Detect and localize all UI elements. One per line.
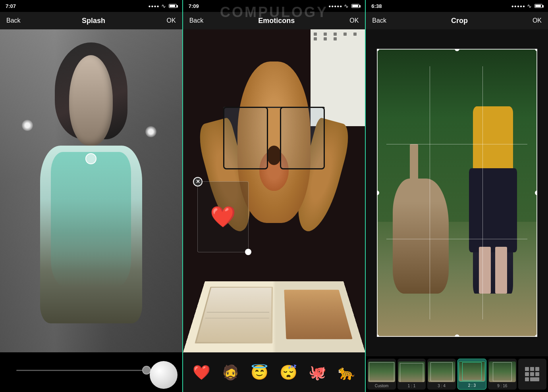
time-1: 7:07 [6,3,16,9]
emoji-leopard[interactable]: 🐆 [338,364,355,381]
heart-emoji: ❤️ [210,206,236,227]
crop-option-custom[interactable]: Custom [367,359,396,390]
heart-sticker[interactable]: ✕ ❤️ [197,181,248,252]
crop-option-2-3[interactable]: 2 : 3 [457,359,486,390]
brush-size-slider[interactable] [16,370,166,371]
color-picker-circle[interactable] [150,361,178,389]
status-bar-1: 7:07 ●●●● ∿ [0,0,182,12]
book-area [183,281,365,352]
crop-option-9-16[interactable]: 9 : 16 [488,359,516,390]
nav-bar-1: Back Splash OK [0,12,182,29]
back-button-1[interactable]: Back [6,17,21,24]
emoji-octopus[interactable]: 🐙 [309,364,326,381]
crop-thumb-3-4 [428,361,455,382]
emoji-man[interactable]: 🧔 [222,364,239,381]
signal-icon-2: ●●●●● [328,4,342,8]
crop-options-bar: Custom 1 : 1 3 : 4 2 : 3 [366,356,548,392]
nav-title-1: Splash [82,17,105,25]
teal-color-splash [51,152,131,288]
crop-thumb-1-1 [398,361,425,382]
crop-border [377,49,537,336]
emoji-halo[interactable]: 😇 [251,364,268,381]
forest-photo [377,49,537,336]
bokeh-left [22,120,33,131]
status-icons-2: ●●●●● ∿ [328,3,359,9]
photo-bg-3 [366,29,548,356]
back-button-2[interactable]: Back [189,17,204,24]
crop-option-grid[interactable] [518,359,546,390]
dog-glasses [223,107,325,146]
status-bar-3: 6:38 ●●●●● ∿ [366,0,548,12]
crop-label-1-1: 1 : 1 [408,384,415,388]
crop-thumb-9-16 [489,361,515,382]
brush-indicator[interactable] [85,153,96,164]
person-head [69,55,113,146]
time-3: 6:38 [371,3,382,9]
photo-area-2: ✕ ❤️ [183,29,365,352]
time-2: 7:09 [189,3,199,9]
photo-bg-1 [0,29,182,352]
nav-title-2: Emoticons [258,17,295,25]
bottom-controls-1 [0,352,182,392]
emoticons-panel: 7:09 ●●●●● ∿ Back Emoticons OK [183,0,366,392]
crop-label-2-3: 2 : 3 [468,383,476,388]
status-bar-2: 7:09 ●●●●● ∿ [183,0,365,12]
nav-title-3: Crop [451,17,468,25]
photo-area-3 [366,29,548,356]
wifi-icon-1: ∿ [161,3,166,9]
signal-icon-1: ●●●● [149,4,160,8]
sticker-close-button[interactable]: ✕ [193,177,203,186]
signal-icon-3: ●●●●● [511,4,525,8]
nav-bar-2: Back Emoticons OK [183,12,365,29]
crop-option-3-4[interactable]: 3 : 4 [427,359,455,390]
crop-option-1-1[interactable]: 1 : 1 [397,359,426,390]
crop-panel: 6:38 ●●●●● ∿ Back Crop OK [366,0,548,392]
emoji-sleepy[interactable]: 😴 [280,364,297,381]
crop-label-custom: Custom [375,384,388,388]
emoji-tray: ❤️ 🧔 😇 😴 🐙 🐆 [183,352,365,392]
wifi-icon-2: ∿ [344,3,349,9]
back-button-3[interactable]: Back [372,17,386,24]
photo-area-1 [0,29,182,352]
crop-label-3-4: 3 : 4 [438,384,445,388]
sticker-resize-handle[interactable] [245,249,251,255]
wifi-icon-3: ∿ [527,3,532,9]
status-icons-1: ●●●● ∿ [149,3,177,9]
ok-button-1[interactable]: OK [167,17,176,24]
splash-panel: 7:07 ●●●● ∿ Back Splash OK [0,0,183,392]
crop-handle-mr[interactable] [535,190,537,195]
crop-handle-bm[interactable] [455,334,459,337]
crop-thumb-custom [368,361,395,382]
battery-icon-1 [169,4,177,8]
emoji-heart[interactable]: ❤️ [193,364,210,381]
ok-button-3[interactable]: OK [533,17,542,24]
battery-icon-3 [534,4,542,8]
status-icons-3: ●●●●● ∿ [511,3,542,9]
crop-label-9-16: 9 : 16 [497,384,507,388]
crop-thumb-2-3 [459,361,485,382]
ok-button-2[interactable]: OK [349,17,359,24]
nav-bar-3: Back Crop OK [366,12,548,29]
photo-bg-2: ✕ ❤️ [183,29,365,352]
battery-icon-2 [351,4,359,8]
